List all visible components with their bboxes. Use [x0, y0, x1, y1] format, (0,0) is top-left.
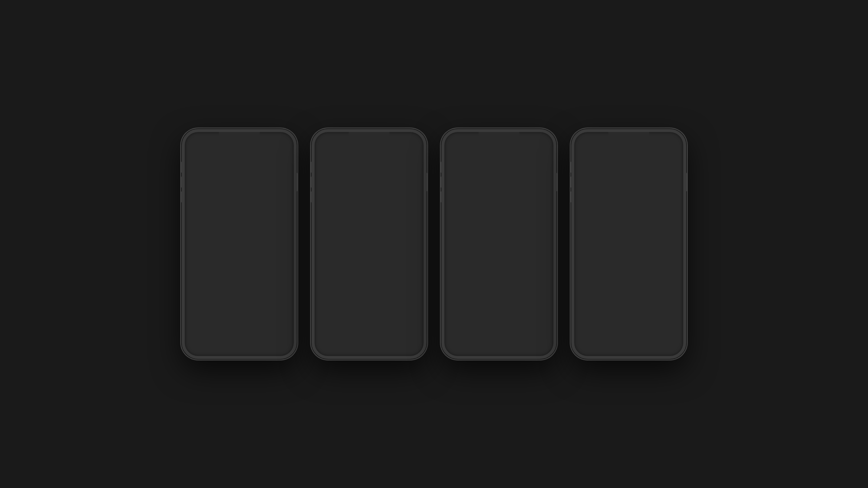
- svg-point-25: [395, 263, 398, 265]
- page-dots: [582, 254, 676, 256]
- dot-2: [240, 268, 242, 270]
- phone-screen: 9:41: [444, 132, 553, 356]
- tab-icon-2: [393, 261, 400, 270]
- forecast-message: Long sleeves.: [582, 168, 676, 183]
- row-divider: [192, 221, 286, 222]
- temp-divider: [582, 238, 676, 239]
- status-icons: [267, 142, 287, 147]
- tab-item-home[interactable]: HOME: [622, 261, 631, 273]
- tear-top: [315, 190, 424, 193]
- svg-rect-14: [398, 144, 399, 146]
- battery-icon: [410, 142, 417, 147]
- tab-item-live-map[interactable]: LIVE MAP: [259, 276, 274, 288]
- svg-point-51: [655, 263, 657, 265]
- svg-point-12: [266, 277, 268, 280]
- title-divider: [582, 159, 676, 160]
- phone-4: 9:41: [571, 129, 686, 359]
- wifi-icon: [403, 142, 408, 147]
- tab-icon-1: [623, 261, 630, 270]
- tab-item-live-map[interactable]: LIVE MAP: [389, 261, 404, 273]
- row-divider: [452, 235, 546, 235]
- tab-icon-1: [234, 276, 240, 284]
- city-row: Detroit MICHIGAN: [192, 255, 286, 266]
- temp-divider: [322, 238, 416, 239]
- forecast-message: Do not leave the house.: [192, 168, 286, 197]
- svg-rect-50: [625, 266, 628, 267]
- svg-rect-31: [540, 144, 544, 145]
- tear-top: [444, 218, 553, 221]
- top-section: Fashion Forecast UNTIL 11:30 AM Sweater …: [444, 148, 553, 218]
- dot-2: [370, 254, 372, 256]
- temperature-unit: °F: [611, 227, 615, 232]
- temp-divider: [192, 253, 286, 253]
- temperature-row: -2 °F: [192, 224, 286, 251]
- phone-screen: 9:41: [185, 132, 294, 356]
- notch: [349, 132, 389, 142]
- svg-rect-7: [207, 277, 209, 281]
- tear-top: [574, 190, 683, 193]
- svg-rect-32: [546, 144, 546, 145]
- phone-3: 9:41: [441, 129, 556, 359]
- page-dots: [452, 282, 546, 284]
- tab-label-0: ZONES: [594, 271, 605, 273]
- svg-rect-33: [467, 291, 469, 295]
- app-title: Fashion Forecast: [452, 151, 546, 158]
- tab-item-zones[interactable]: ZONES: [205, 276, 215, 288]
- tab-item-zones[interactable]: ZONES: [594, 261, 605, 273]
- notch: [608, 132, 649, 142]
- tab-label-2: LIVE MAP: [649, 271, 663, 273]
- tab-item-home[interactable]: HOME: [362, 261, 371, 273]
- tab-bar: ZONES HOME LIVE MAP: [452, 288, 546, 304]
- bottom-divider: [192, 273, 286, 273]
- tab-icon-2: [263, 276, 270, 284]
- city-row: Minneapolis MINNESOTA: [322, 241, 416, 251]
- svg-rect-13: [397, 145, 398, 146]
- svg-rect-19: [416, 144, 417, 145]
- city-row: San Francisco CALIFORNIA: [452, 269, 546, 279]
- state-name: MICHIGAN: [192, 262, 286, 266]
- bottom-section: Light Showers 62 °F Iowa Falls IOWA: [574, 193, 683, 356]
- weather-row: Weather: [322, 197, 416, 205]
- app-title: Fashion Forecast: [192, 151, 286, 158]
- battery-icon: [280, 142, 287, 147]
- tab-item-live-map[interactable]: LIVE MAP: [519, 290, 533, 301]
- phones-container: 9:41: [182, 129, 686, 359]
- top-section: Fashion Forecast UNTIL 11:30 AM Bundle u…: [315, 148, 424, 190]
- tab-label-0: ZONES: [335, 271, 345, 273]
- svg-rect-0: [267, 145, 268, 146]
- tab-item-home[interactable]: HOME: [233, 276, 241, 288]
- weather-icon: [408, 197, 416, 205]
- tab-icon-0: [466, 290, 473, 298]
- bottom-section: Blizzard -2 °F Detroit MICHIGAN: [185, 208, 294, 356]
- tear-top: [185, 205, 294, 208]
- tab-item-zones[interactable]: ZONES: [335, 261, 345, 273]
- status-time: 9:41: [581, 142, 590, 147]
- svg-rect-37: [496, 294, 498, 296]
- dot-1: [366, 254, 368, 256]
- title-divider: [322, 159, 416, 160]
- dot-1: [236, 268, 238, 270]
- bottom-divider: [322, 258, 416, 258]
- temperature-row: 54 °F: [452, 238, 546, 265]
- svg-rect-41: [659, 143, 660, 146]
- svg-rect-6: [286, 144, 287, 145]
- tab-label-2: LIVE MAP: [259, 285, 274, 288]
- temperature-unit: °F: [215, 241, 220, 247]
- status-time: 9:41: [191, 142, 200, 147]
- tab-item-zones[interactable]: ZONES: [464, 290, 475, 301]
- city-row: Iowa Falls IOWA: [582, 241, 676, 251]
- svg-rect-2: [269, 143, 270, 146]
- svg-rect-35: [470, 292, 472, 295]
- weather-condition: Light Showers: [582, 198, 615, 204]
- status-icons: [397, 142, 417, 147]
- tab-bar: ZONES HOME LIVE MAP: [322, 260, 416, 276]
- temperature-row: 41 °F: [322, 210, 416, 237]
- tab-label-1: HOME: [622, 271, 631, 273]
- status-icons: [526, 142, 547, 147]
- tab-item-live-map[interactable]: LIVE MAP: [649, 261, 663, 273]
- tab-item-home[interactable]: HOME: [492, 290, 501, 301]
- wifi-icon: [663, 142, 668, 147]
- status-time: 9:41: [321, 142, 330, 147]
- tab-label-0: ZONES: [464, 299, 475, 301]
- temperature-value: 41: [322, 210, 349, 237]
